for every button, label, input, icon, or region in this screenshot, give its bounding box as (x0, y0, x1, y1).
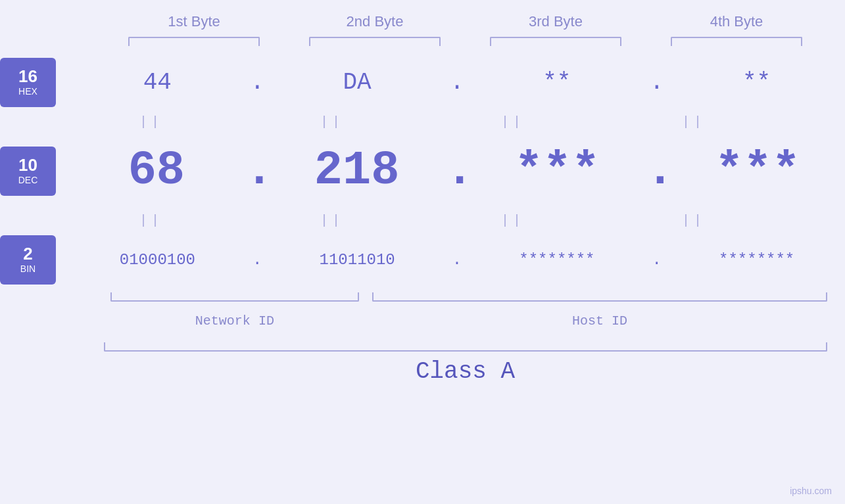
watermark: ipshu.com (790, 486, 832, 496)
sep-2-3: || (441, 213, 585, 228)
bracket-3 (490, 37, 621, 46)
dec-dot-2: . (446, 144, 469, 198)
network-id-label: Network ID (110, 313, 360, 329)
sep-2-1: || (79, 213, 224, 228)
id-labels: Network ID Host ID (104, 311, 827, 331)
host-bracket (372, 292, 827, 302)
bin-val-2: 11011010 (269, 251, 446, 269)
bin-badge-label: BIN (20, 263, 36, 274)
byte-headers: 1st Byte 2nd Byte 3rd Byte 4th Byte (104, 13, 827, 30)
dec-badge-label: DEC (18, 175, 38, 185)
bin-val-3: ******** (469, 251, 646, 269)
dec-values: 68 . 218 . *** . *** (69, 144, 845, 198)
bottom-brackets (104, 292, 827, 306)
bin-dot-2: . (446, 251, 469, 269)
sep-2-2: || (260, 213, 404, 228)
main-container: 1st Byte 2nd Byte 3rd Byte 4th Byte 16 H… (0, 0, 845, 504)
dec-dot-3: . (646, 144, 669, 198)
hex-badge: 16 HEX (0, 58, 56, 107)
bin-val-1: 01000100 (69, 251, 246, 269)
dec-val-1: 68 (69, 144, 244, 198)
hex-val-3: ** (469, 69, 646, 96)
full-bracket-row (104, 342, 827, 352)
dec-dot-1: . (245, 144, 268, 198)
hex-val-4: ** (668, 69, 845, 96)
host-id-label: Host ID (372, 313, 827, 329)
sep-row-2: || || || || (61, 214, 785, 227)
byte-header-2: 2nd Byte (302, 13, 447, 30)
hex-row: 16 HEX 44 . DA . ** . ** (0, 53, 845, 112)
sep-1-1: || (79, 114, 224, 129)
dec-badge-num: 10 (18, 156, 37, 173)
byte-header-1: 1st Byte (122, 13, 266, 30)
full-bracket (104, 342, 827, 352)
sep-2-4: || (621, 213, 766, 228)
hex-val-2: DA (269, 69, 446, 96)
bin-dot-1: . (246, 251, 269, 269)
bracket-4 (671, 37, 802, 46)
bin-dot-3: . (645, 251, 668, 269)
network-bracket (110, 292, 360, 302)
hex-badge-num: 16 (18, 68, 37, 85)
bin-badge-num: 2 (23, 245, 32, 262)
dec-val-3: *** (470, 144, 645, 198)
byte-header-3: 3rd Byte (483, 13, 628, 30)
bracket-2 (309, 37, 441, 46)
hex-values: 44 . DA . ** . ** (69, 69, 845, 96)
byte-header-4: 4th Byte (664, 13, 809, 30)
dec-badge: 10 DEC (0, 147, 56, 196)
hex-val-1: 44 (69, 69, 246, 96)
sep-row-1: || || || || (61, 115, 785, 128)
hex-badge-label: HEX (18, 86, 37, 97)
bin-badge: 2 BIN (0, 235, 56, 285)
class-row: Class A (104, 358, 827, 385)
class-label: Class A (416, 358, 515, 385)
hex-dot-1: . (246, 69, 269, 96)
sep-1-4: || (621, 114, 766, 129)
dec-val-2: 218 (270, 144, 445, 198)
bin-row: 2 BIN 01000100 . 11011010 . ******** . *… (0, 230, 845, 289)
sep-1-2: || (260, 114, 404, 129)
sep-1-3: || (441, 114, 585, 129)
hex-dot-2: . (446, 69, 469, 96)
hex-dot-3: . (645, 69, 668, 96)
dec-row: 10 DEC 68 . 218 . *** . *** (0, 131, 845, 210)
dec-val-4: *** (670, 144, 845, 198)
top-brackets (104, 37, 827, 46)
bracket-1 (128, 37, 260, 46)
bin-val-4: ******** (668, 251, 845, 269)
bin-values: 01000100 . 11011010 . ******** . *******… (69, 251, 845, 269)
